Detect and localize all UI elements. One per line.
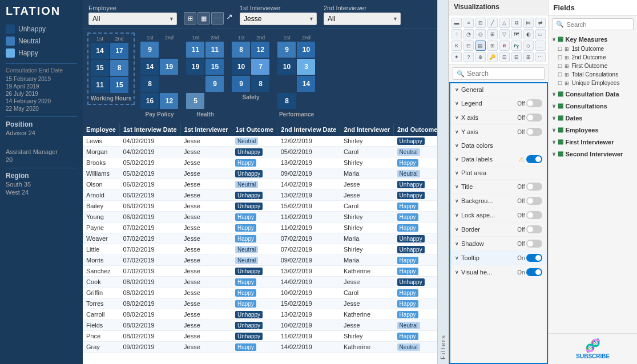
filter-interviewer1-select[interactable]: Jesse bbox=[240, 13, 317, 25]
fields-search-input[interactable] bbox=[566, 21, 630, 28]
viz-treemap-icon[interactable]: ⊞ bbox=[487, 29, 498, 39]
table-row[interactable]: Torres08/02/2019JesseHappy15/02/2019Jess… bbox=[83, 298, 437, 309]
table-row[interactable]: Sanchez07/02/2019JesseUnhappy13/02/2019K… bbox=[83, 266, 437, 277]
viz-ribbon-icon[interactable]: ⋈ bbox=[523, 18, 534, 28]
viz-kpi-icon[interactable]: K bbox=[451, 41, 462, 51]
fields-group-employees-header[interactable]: ∨ ▦ Employees bbox=[549, 124, 637, 135]
border-toggle-wrap[interactable]: Off bbox=[517, 225, 542, 233]
fields-search-box[interactable]: 🔍 bbox=[552, 18, 634, 30]
viz-table-icon[interactable]: ▤ bbox=[475, 41, 486, 51]
viz-ai-icon[interactable]: ✦ bbox=[451, 52, 462, 62]
yaxis-toggle-wrap[interactable]: Off bbox=[517, 128, 542, 136]
viz-extra-3[interactable]: ⊞ bbox=[523, 52, 534, 62]
filter-employee-wrap[interactable]: All ▼ bbox=[88, 13, 177, 25]
fields-group-secondinterviewer-header[interactable]: ∨ ▦ Second Interviewer bbox=[549, 148, 637, 159]
viz-combo-icon[interactable]: ⧉ bbox=[511, 18, 522, 28]
format-item-bg[interactable]: ∨ Backgrou... Off bbox=[450, 194, 547, 208]
datalabels-toggle[interactable] bbox=[526, 155, 542, 163]
viz-decomp-icon[interactable]: ⊕ bbox=[475, 52, 486, 62]
th-interviewer-1[interactable]: 1st Interviewer bbox=[180, 123, 232, 136]
table-row[interactable]: Morris07/02/2019JesseNeutral09/02/2019Ma… bbox=[83, 255, 437, 266]
th-interview-date-1[interactable]: 1st Interview Date bbox=[119, 123, 180, 136]
table-row[interactable]: Young06/02/2019JesseHappy11/02/2019Shirl… bbox=[83, 212, 437, 223]
tooltip-toggle[interactable] bbox=[526, 254, 542, 262]
viz-qna-icon[interactable]: ? bbox=[463, 52, 474, 62]
table-row[interactable]: Morgan04/02/2019JesseUnhappy05/02/2019Ca… bbox=[83, 147, 437, 157]
table-row[interactable]: Brooks05/02/2019JesseHappy13/02/2019Shir… bbox=[83, 157, 437, 168]
viz-scatter-icon[interactable]: ⁘ bbox=[451, 29, 462, 39]
table-row[interactable]: Little07/02/2019JesseNeutral07/02/2019Sh… bbox=[83, 244, 437, 255]
viz-card-icon[interactable]: ▭ bbox=[535, 29, 546, 39]
tab-visualizations[interactable]: Visualizations bbox=[449, 0, 504, 15]
viz-map-icon[interactable]: 🗺 bbox=[511, 29, 522, 39]
viz-key-icon[interactable]: 🔑 bbox=[487, 52, 498, 62]
border-toggle[interactable] bbox=[526, 225, 542, 233]
format-item-border[interactable]: ∨ Border Off bbox=[450, 223, 547, 237]
format-icon[interactable]: ▦ bbox=[197, 12, 210, 25]
table-row[interactable]: Payne07/02/2019JesseHappy11/02/2019Shirl… bbox=[83, 223, 437, 233]
more-icon[interactable]: ⋯ bbox=[211, 12, 224, 25]
viz-r-icon[interactable]: R bbox=[499, 41, 510, 51]
th-employee[interactable]: Employee bbox=[83, 123, 119, 136]
viz-shape-icon[interactable]: ◇ bbox=[523, 41, 534, 51]
xaxis-toggle-wrap[interactable]: Off bbox=[517, 114, 542, 122]
table-row[interactable]: Weaver07/02/2019JesseHappy07/02/2019Mari… bbox=[83, 233, 437, 244]
table-row[interactable]: Williams05/02/2019JesseUnhappy09/02/2019… bbox=[83, 168, 437, 179]
yaxis-toggle[interactable] bbox=[526, 128, 542, 136]
format-item-tooltip[interactable]: ∨ Tooltip On bbox=[450, 251, 547, 265]
fields-group-consultations-header[interactable]: ∨ ▦ Consultations bbox=[549, 100, 637, 111]
format-item-datalabels[interactable]: ∨ Data labels ⚠ bbox=[450, 152, 547, 167]
datalabels-toggle-wrap[interactable]: ⚠ bbox=[519, 155, 542, 163]
visualheader-toggle-wrap[interactable]: On bbox=[517, 268, 542, 276]
table-row[interactable]: Price08/02/2019JesseUnhappy11/02/2019Shi… bbox=[83, 331, 437, 342]
bg-toggle-wrap[interactable]: Off bbox=[517, 197, 542, 205]
viz-bar-icon[interactable]: ▬ bbox=[451, 18, 462, 28]
viz-matrix-icon[interactable]: ⊞ bbox=[487, 41, 498, 51]
table-wrapper[interactable]: Employee 1st Interview Date 1st Intervie… bbox=[83, 123, 437, 364]
th-interviewer-2[interactable]: 2nd Interviewer bbox=[340, 123, 394, 136]
viz-more-icon[interactable]: … bbox=[535, 41, 546, 51]
format-search-box[interactable]: 🔍 bbox=[453, 67, 545, 80]
format-item-lockaspect[interactable]: ∨ Lock aspe... Off bbox=[450, 208, 547, 223]
viz-funnel-icon[interactable]: ▽ bbox=[499, 29, 510, 39]
viz-line-icon[interactable]: ╱ bbox=[487, 18, 498, 28]
filter-interviewer2-wrap[interactable]: All ▼ bbox=[324, 13, 401, 25]
subscribe-area[interactable]: 🧬 SUBSCRIBE bbox=[549, 333, 637, 364]
fields-item-uniqueemployees[interactable]: ☐ ⊞ Unique Employees bbox=[549, 79, 637, 87]
lockaspect-toggle[interactable] bbox=[526, 211, 542, 219]
format-item-title[interactable]: ∨ Title Off bbox=[450, 180, 547, 194]
visualheader-toggle[interactable] bbox=[526, 268, 542, 276]
title-toggle[interactable] bbox=[526, 183, 542, 191]
viz-pie-icon[interactable]: ◔ bbox=[463, 29, 474, 39]
viz-py-icon[interactable]: Py bbox=[511, 41, 522, 51]
table-row[interactable]: Fields08/02/2019JesseUnhappy10/02/2019Je… bbox=[83, 320, 437, 331]
lockaspect-toggle-wrap[interactable]: Off bbox=[517, 211, 542, 219]
legend-toggle[interactable] bbox=[526, 99, 542, 107]
viz-slicer-icon[interactable]: ⊟ bbox=[463, 41, 474, 51]
viz-gauge-icon[interactable]: ◐ bbox=[523, 29, 534, 39]
filter-interviewer1-wrap[interactable]: Jesse ▼ bbox=[240, 13, 317, 25]
fields-item-2ndoutcome[interactable]: ☐ ⊞ 2nd Outcome bbox=[549, 53, 637, 62]
viz-extra-2[interactable]: ⊟ bbox=[511, 52, 522, 62]
filter-interviewer2-select[interactable]: All bbox=[324, 13, 401, 25]
viz-donut-icon[interactable]: ◎ bbox=[475, 29, 486, 39]
viz-extra-4[interactable]: ⋯ bbox=[535, 52, 546, 62]
table-row[interactable]: Cook08/02/2019JesseHappy14/02/2019JesseU… bbox=[83, 277, 437, 288]
format-item-legend[interactable]: ∨ Legend Off bbox=[450, 96, 547, 111]
shadow-toggle[interactable] bbox=[526, 240, 542, 248]
fields-item-1stoutcome[interactable]: ☐ ⊞ 1st Outcome bbox=[549, 45, 637, 53]
filter-employee-select[interactable]: All bbox=[88, 13, 177, 25]
filter-icon[interactable]: ⊞ bbox=[184, 12, 196, 25]
fields-group-dates-header[interactable]: ∨ ▦ Dates bbox=[549, 112, 637, 123]
format-item-shadow[interactable]: ∨ Shadow Off bbox=[450, 237, 547, 251]
filters-tab[interactable]: Filters bbox=[437, 0, 449, 364]
viz-area-icon[interactable]: △ bbox=[499, 18, 510, 28]
th-interview-date-2[interactable]: 2nd Interview Date bbox=[277, 123, 340, 136]
viz-waterfall-icon[interactable]: ⇌ bbox=[535, 18, 546, 28]
fields-item-totalconsulations[interactable]: ☐ ⊞ Total Consulations bbox=[549, 70, 637, 79]
format-item-general[interactable]: ∨ General bbox=[450, 83, 547, 96]
table-row[interactable]: Bailey06/02/2019JesseUnhappy15/02/2019Ca… bbox=[83, 201, 437, 212]
legend-toggle-wrap[interactable]: Off bbox=[517, 99, 542, 107]
viz-stacked-bar-icon[interactable]: ≡ bbox=[463, 18, 474, 28]
shadow-toggle-wrap[interactable]: Off bbox=[517, 240, 542, 248]
